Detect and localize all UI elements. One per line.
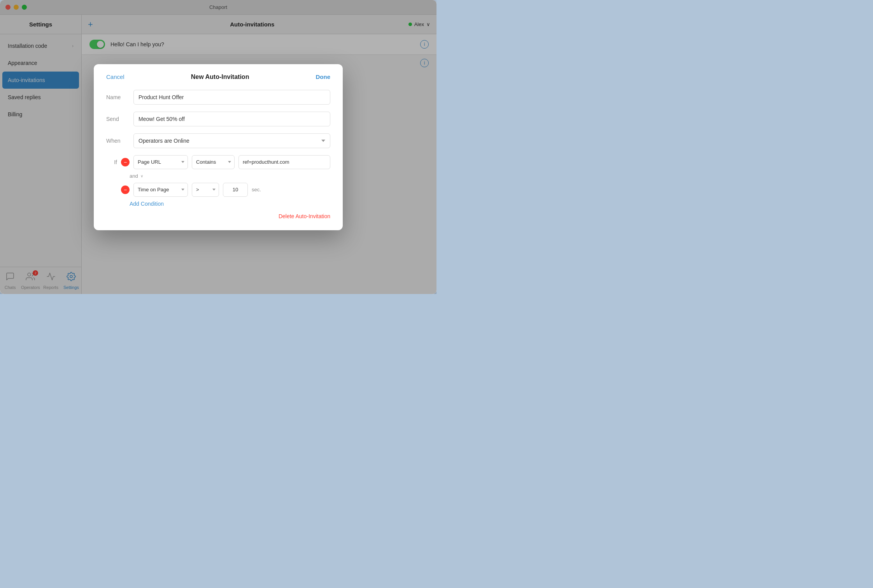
modal-title: New Auto-Invitation xyxy=(191,74,249,80)
app-window: Chaport Settings Installation code › App… xyxy=(0,0,436,294)
conditions-section: If − Page URL Time on Page Country City … xyxy=(106,155,330,219)
delete-auto-invitation-button[interactable]: Delete Auto-Invitation xyxy=(279,213,330,219)
modal-overlay: Cancel New Auto-Invitation Done Name Sen… xyxy=(0,0,436,294)
condition-1-value-input[interactable] xyxy=(238,155,330,169)
name-input[interactable] xyxy=(133,90,330,105)
seconds-label: sec. xyxy=(252,187,261,192)
send-row: Send xyxy=(106,112,330,126)
when-select[interactable]: Operators are Online Operators are Offli… xyxy=(133,133,330,148)
send-label: Send xyxy=(106,116,133,122)
and-label: and xyxy=(130,173,138,179)
condition-2-field-select[interactable]: Page URL Time on Page Country City xyxy=(133,183,188,197)
remove-condition-1-button[interactable]: − xyxy=(121,158,130,166)
when-row: When Operators are Online Operators are … xyxy=(106,133,330,148)
when-label: When xyxy=(106,138,133,144)
add-condition-button[interactable]: Add Condition xyxy=(130,201,164,207)
condition-2-row: − Page URL Time on Page Country City > <… xyxy=(106,183,330,197)
name-label: Name xyxy=(106,94,133,100)
modal-header: Cancel New Auto-Invitation Done xyxy=(106,74,330,80)
done-button[interactable]: Done xyxy=(316,74,330,80)
condition-2-value-input[interactable] xyxy=(223,183,248,197)
if-label: If xyxy=(106,159,117,165)
condition-2-operator-select[interactable]: > < = >= xyxy=(192,183,219,197)
send-input[interactable] xyxy=(133,112,330,126)
condition-1-field-select[interactable]: Page URL Time on Page Country City xyxy=(133,155,188,169)
condition-1-operator-select[interactable]: Contains Does not contain Is Is not xyxy=(192,155,235,169)
name-row: Name xyxy=(106,90,330,105)
condition-1-row: If − Page URL Time on Page Country City … xyxy=(106,155,330,169)
remove-condition-2-button[interactable]: − xyxy=(121,186,130,194)
new-auto-invitation-modal: Cancel New Auto-Invitation Done Name Sen… xyxy=(94,64,343,230)
cancel-button[interactable]: Cancel xyxy=(106,74,124,80)
add-condition-row: Add Condition xyxy=(106,201,330,207)
and-chevron-icon: ∨ xyxy=(140,174,143,178)
and-row: and ∨ xyxy=(106,173,330,179)
delete-row: Delete Auto-Invitation xyxy=(106,213,330,219)
